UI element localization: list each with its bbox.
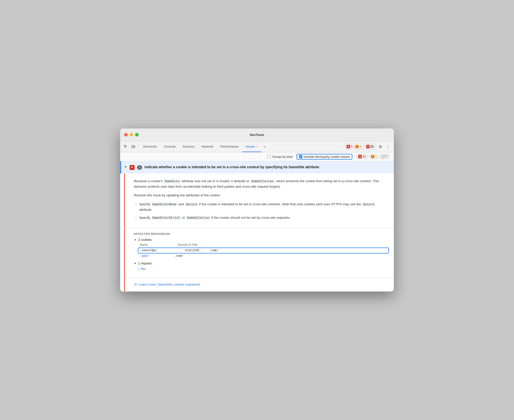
issues-error-icon: ✕ xyxy=(366,145,370,148)
learn-more-section: ⊙ Learn more: SameSite cookies explained xyxy=(124,278,394,292)
tab-elements[interactable]: Elements xyxy=(140,141,160,152)
filter-error-icon: ✕ xyxy=(358,155,362,158)
cookies-table: Name Domain & Path .check3pc static01. .… xyxy=(138,243,389,258)
titlebar: DevTools xyxy=(120,128,394,141)
affected-resources-label: AFFECTED RESOURCES xyxy=(134,232,389,235)
settings-button[interactable]: ⚙ xyxy=(377,143,384,150)
cookie-domain-1: static01. .com/ xyxy=(185,249,218,252)
tab-close-icon[interactable]: × xyxy=(257,145,258,148)
group-by-kind-checkbox[interactable] xyxy=(267,155,271,158)
filter-info-icon: 💬 xyxy=(382,155,385,158)
filter-badges: ✕ 35 ! 1 💬 7 xyxy=(356,154,390,159)
requests-group-label: 1 request xyxy=(138,261,152,265)
arrow-2: → xyxy=(134,215,137,221)
tab-issues[interactable]: Issues × xyxy=(242,141,262,152)
issue-bullet-1: → Specify SameSite=None and Secure if th… xyxy=(134,202,389,212)
issue-resolve-intro: Resolve this issue by updating the attri… xyxy=(134,193,389,198)
table-header-domain: Domain & Path xyxy=(178,243,198,247)
secure-code-1: Secure xyxy=(185,203,198,207)
issues-count-badge: ✕ 35 xyxy=(364,144,376,150)
main-content: ▼ ✕ 2 Indicate whether a cookie is inten… xyxy=(120,161,394,292)
svg-rect-0 xyxy=(132,145,134,148)
requests-list: ↕ flex xyxy=(138,267,389,271)
secure-code-2: Secure xyxy=(362,203,375,207)
cookies-group-header[interactable]: ▼ 2 cookies xyxy=(134,238,389,242)
cookie-name-1: .check3pc xyxy=(140,249,185,252)
request-icon: ↕ xyxy=(138,267,140,271)
warning-icon: ! xyxy=(355,145,359,148)
inspect-element-button[interactable] xyxy=(122,143,129,150)
filter-warning-icon: ! xyxy=(371,155,374,158)
filter-error-badge: ✕ 35 xyxy=(356,154,368,159)
requests-expand-arrow[interactable]: ▼ xyxy=(134,262,137,265)
request-link-flex[interactable]: ↕ flex xyxy=(138,267,389,271)
cookie-domain-2: .com/ xyxy=(174,254,184,258)
filter-bar: Group by kind Include third-party cookie… xyxy=(120,152,394,161)
close-button[interactable] xyxy=(124,133,128,136)
issue-description-para1: Because a cookie's SameSite attribute wa… xyxy=(134,178,389,189)
tab-navigation: Elements Console Sources Network Perform… xyxy=(140,141,344,152)
error-icon: ✕ xyxy=(347,145,350,148)
issue-error-badge: ✕ xyxy=(130,165,135,170)
toolbar: Elements Console Sources Network Perform… xyxy=(120,141,394,152)
traffic-lights xyxy=(124,133,139,136)
cookies-table-header: Name Domain & Path xyxy=(138,243,389,247)
cookies-group-label: 2 cookies xyxy=(138,238,152,242)
samesite-lax-code-1: SameSite=Lax xyxy=(250,179,275,183)
issue-expand-arrow[interactable]: ▼ xyxy=(124,165,127,169)
issue-header[interactable]: ▼ ✕ 2 Indicate whether a cookie is inten… xyxy=(120,161,394,173)
samesite-lax-code-2: SameSite=Lax xyxy=(186,216,210,220)
include-third-party-checkbox-group[interactable]: Include third-party cookie issues xyxy=(297,154,353,160)
more-options-button[interactable]: ⋮ xyxy=(385,143,392,150)
svg-rect-1 xyxy=(134,146,135,147)
tab-sources[interactable]: Sources xyxy=(179,141,198,152)
samesite-none-code: SameSite=None xyxy=(151,203,178,207)
filter-warning-badge: ! 1 xyxy=(369,154,379,159)
more-tabs-button[interactable]: » xyxy=(262,141,267,152)
samesite-code-1: SameSite xyxy=(164,179,181,183)
filter-info-badge: 💬 7 xyxy=(380,154,390,159)
devtools-window: DevTools Elements Console Sources xyxy=(120,128,394,292)
error-warning-badge: ✕ 6 | ! 9 xyxy=(345,144,363,150)
minimize-button[interactable] xyxy=(130,133,133,136)
requests-group-header[interactable]: ▼ 1 request xyxy=(134,261,389,265)
device-toolbar-button[interactable] xyxy=(130,143,137,150)
cookie-row-1: .check3pc static01. .com/ xyxy=(138,248,389,253)
cookie-row-2: -gdpr .com/ xyxy=(138,253,389,258)
group-by-kind-checkbox-group[interactable]: Group by kind xyxy=(267,155,293,159)
issue-bullet-2: → Specify SameSite=Strict or SameSite=La… xyxy=(134,215,389,221)
toolbar-right-controls: ✕ 6 | ! 9 ✕ 35 ⚙ ⋮ xyxy=(345,143,392,150)
affected-resources: AFFECTED RESOURCES ▼ 2 cookies Name Doma… xyxy=(124,228,394,278)
cookies-resource-group: ▼ 2 cookies Name Domain & Path .check3pc… xyxy=(134,238,389,258)
window-title: DevTools xyxy=(250,133,264,137)
issue-title: Indicate whether a cookie is intended to… xyxy=(145,165,319,170)
tab-performance[interactable]: Performance xyxy=(217,141,242,152)
requests-resource-group: ▼ 1 request ↕ flex xyxy=(134,261,389,271)
error-count-badge: ✕ 6 xyxy=(347,145,353,148)
toolbar-separator xyxy=(138,144,138,149)
arrow-1: → xyxy=(134,202,137,207)
learn-more-link[interactable]: ⊙ Learn more: SameSite cookies explained xyxy=(134,282,389,287)
tab-console[interactable]: Console xyxy=(160,141,179,152)
table-header-name: Name xyxy=(140,243,148,247)
samesite-strict-code: SameSite=Strict xyxy=(151,216,181,220)
cookie-name-2[interactable]: -gdpr xyxy=(140,254,149,258)
include-third-party-checkbox[interactable] xyxy=(299,155,302,158)
cookies-expand-arrow[interactable]: ▼ xyxy=(134,238,137,241)
issue-body: Because a cookie's SameSite attribute wa… xyxy=(124,173,394,228)
learn-more-circle-icon: ⊙ xyxy=(134,282,137,287)
tab-network[interactable]: Network xyxy=(198,141,217,152)
maximize-button[interactable] xyxy=(135,133,139,136)
issue-count-badge: 2 xyxy=(137,165,142,170)
warning-count-badge: ! 9 xyxy=(355,145,361,148)
